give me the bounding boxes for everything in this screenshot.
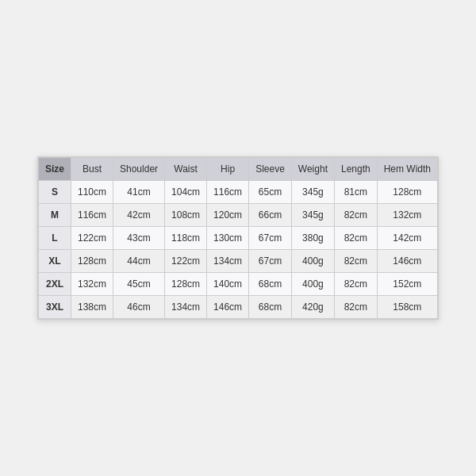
column-header-shoulder: Shoulder xyxy=(113,158,165,181)
cell-value: 82cm xyxy=(334,227,377,250)
size-label: M xyxy=(38,204,71,227)
cell-value: 110cm xyxy=(71,181,113,204)
cell-value: 122cm xyxy=(165,250,207,273)
cell-value: 82cm xyxy=(334,273,377,296)
column-header-bust: Bust xyxy=(71,158,113,181)
cell-value: 122cm xyxy=(71,227,113,250)
cell-value: 420g xyxy=(291,296,334,319)
size-chart-container: SizeBustShoulderWaistHipSleeveWeightLeng… xyxy=(37,156,439,320)
cell-value: 146cm xyxy=(207,296,249,319)
cell-value: 108cm xyxy=(165,204,207,227)
cell-value: 116cm xyxy=(207,181,249,204)
column-header-length: Length xyxy=(334,158,377,181)
table-row: S110cm41cm104cm116cm65cm345g81cm128cm xyxy=(38,181,437,204)
cell-value: 81cm xyxy=(334,181,377,204)
column-header-weight: Weight xyxy=(291,158,334,181)
cell-value: 132cm xyxy=(71,273,113,296)
table-row: XL128cm44cm122cm134cm67cm400g82cm146cm xyxy=(38,250,437,273)
cell-value: 158cm xyxy=(377,296,437,319)
cell-value: 345g xyxy=(291,181,334,204)
cell-value: 134cm xyxy=(207,250,249,273)
cell-value: 128cm xyxy=(377,181,437,204)
cell-value: 400g xyxy=(291,250,334,273)
cell-value: 67cm xyxy=(249,250,292,273)
cell-value: 82cm xyxy=(334,250,377,273)
size-label: S xyxy=(38,181,71,204)
cell-value: 380g xyxy=(291,227,334,250)
table-row: 3XL138cm46cm134cm146cm68cm420g82cm158cm xyxy=(38,296,437,319)
cell-value: 116cm xyxy=(71,204,113,227)
cell-value: 104cm xyxy=(165,181,207,204)
cell-value: 120cm xyxy=(207,204,249,227)
cell-value: 118cm xyxy=(165,227,207,250)
size-chart-table: SizeBustShoulderWaistHipSleeveWeightLeng… xyxy=(38,157,438,319)
cell-value: 65cm xyxy=(249,181,292,204)
cell-value: 142cm xyxy=(377,227,437,250)
size-label: L xyxy=(38,227,71,250)
table-row: 2XL132cm45cm128cm140cm68cm400g82cm152cm xyxy=(38,273,437,296)
cell-value: 82cm xyxy=(334,204,377,227)
cell-value: 68cm xyxy=(249,296,292,319)
cell-value: 43cm xyxy=(113,227,165,250)
cell-value: 67cm xyxy=(249,227,292,250)
cell-value: 146cm xyxy=(377,250,437,273)
column-header-waist: Waist xyxy=(165,158,207,181)
cell-value: 46cm xyxy=(113,296,165,319)
cell-value: 130cm xyxy=(207,227,249,250)
cell-value: 138cm xyxy=(71,296,113,319)
cell-value: 45cm xyxy=(113,273,165,296)
table-row: M116cm42cm108cm120cm66cm345g82cm132cm xyxy=(38,204,437,227)
cell-value: 134cm xyxy=(165,296,207,319)
cell-value: 82cm xyxy=(334,296,377,319)
cell-value: 42cm xyxy=(113,204,165,227)
cell-value: 44cm xyxy=(113,250,165,273)
table-row: L122cm43cm118cm130cm67cm380g82cm142cm xyxy=(38,227,437,250)
column-header-size: Size xyxy=(38,158,71,181)
column-header-sleeve: Sleeve xyxy=(249,158,292,181)
cell-value: 400g xyxy=(291,273,334,296)
cell-value: 140cm xyxy=(207,273,249,296)
size-label: XL xyxy=(38,250,71,273)
cell-value: 66cm xyxy=(249,204,292,227)
cell-value: 152cm xyxy=(377,273,437,296)
size-label: 2XL xyxy=(38,273,71,296)
cell-value: 128cm xyxy=(165,273,207,296)
column-header-hip: Hip xyxy=(207,158,249,181)
cell-value: 128cm xyxy=(71,250,113,273)
column-header-hem-width: Hem Width xyxy=(377,158,437,181)
cell-value: 132cm xyxy=(377,204,437,227)
cell-value: 345g xyxy=(291,204,334,227)
size-label: 3XL xyxy=(38,296,71,319)
cell-value: 41cm xyxy=(113,181,165,204)
cell-value: 68cm xyxy=(249,273,292,296)
